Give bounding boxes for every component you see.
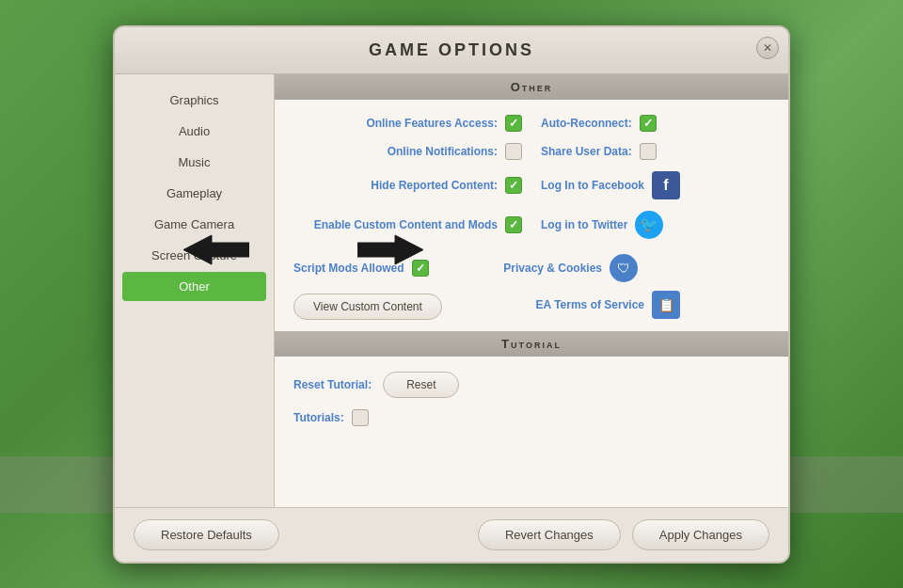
hide-reported-row: Hide Reported Content: — [293, 171, 522, 199]
auto-reconnect-checkbox[interactable] — [640, 115, 657, 132]
reset-button[interactable]: Reset — [383, 372, 459, 398]
tutorials-row: Tutorials: — [293, 409, 769, 426]
reset-tutorial-label: Reset Tutorial: — [293, 378, 372, 391]
tutorials-checkbox[interactable] — [352, 409, 369, 426]
other-section-header: Other — [275, 74, 788, 100]
modal-title: Game Options — [369, 40, 534, 59]
content-area: Other Online Features Access: Auto-Recon… — [275, 74, 788, 507]
online-features-row: Online Features Access: — [293, 115, 522, 132]
restore-defaults-button[interactable]: Restore Defaults — [134, 519, 279, 550]
reset-tutorial-row: Reset Tutorial: Reset — [293, 372, 769, 398]
facebook-label: Log In to Facebook — [541, 179, 644, 192]
sidebar-item-music[interactable]: Music — [122, 148, 266, 177]
svg-marker-1 — [357, 235, 423, 264]
online-features-checkbox[interactable] — [505, 115, 522, 132]
enable-custom-checkbox[interactable] — [505, 216, 522, 233]
online-notifications-row: Online Notifications: — [293, 143, 522, 160]
privacy-cookies-icon[interactable]: 🛡 — [610, 254, 638, 282]
apply-changes-button[interactable]: Apply Changes — [632, 519, 769, 550]
tutorial-content: Reset Tutorial: Reset Tutorials: — [275, 357, 788, 441]
svg-marker-0 — [183, 235, 249, 264]
auto-reconnect-label: Auto-Reconnect: — [541, 117, 632, 130]
sidebar-item-graphics[interactable]: Graphics — [122, 86, 266, 115]
view-custom-content-button[interactable]: View Custom Content — [293, 294, 442, 320]
ea-terms-icon[interactable]: 📋 — [652, 291, 680, 319]
sidebar-item-audio[interactable]: Audio — [122, 117, 266, 146]
modal-body: Graphics Audio Music Gameplay Game Camer… — [115, 74, 788, 507]
twitter-label: Log in to Twitter — [541, 218, 627, 231]
modal-overlay: Game Options ✕ Graphics Audio Music Game… — [0, 0, 903, 588]
share-user-data-row: Share User Data: — [541, 143, 769, 160]
arrow-right — [357, 233, 423, 270]
sidebar: Graphics Audio Music Gameplay Game Camer… — [115, 74, 275, 507]
hide-reported-checkbox[interactable] — [505, 177, 522, 194]
arrow-left — [183, 233, 249, 270]
revert-changes-button[interactable]: Revert Changes — [478, 519, 621, 550]
facebook-icon[interactable]: f — [652, 171, 680, 199]
auto-reconnect-row: Auto-Reconnect: — [541, 115, 769, 132]
modal-title-bar: Game Options ✕ — [115, 27, 788, 74]
privacy-cookies-label: Privacy & Cookies — [503, 262, 602, 275]
share-user-data-checkbox[interactable] — [640, 143, 657, 160]
other-settings-grid: Online Features Access: Auto-Reconnect: … — [275, 100, 788, 254]
online-notifications-label: Online Notifications: — [388, 145, 498, 158]
sidebar-item-gameplay[interactable]: Gameplay — [122, 179, 266, 208]
modal-footer: Restore Defaults Revert Changes Apply Ch… — [115, 507, 788, 562]
twitter-row: Log in to Twitter 🐦 — [541, 211, 769, 239]
game-options-modal: Game Options ✕ Graphics Audio Music Game… — [113, 25, 790, 564]
enable-custom-label: Enable Custom Content and Mods — [314, 218, 498, 231]
tutorials-label: Tutorials: — [293, 411, 344, 424]
hide-reported-label: Hide Reported Content: — [371, 179, 498, 192]
ea-terms-label: EA Terms of Service — [536, 298, 644, 311]
sidebar-item-other[interactable]: Other — [122, 272, 266, 301]
online-notifications-checkbox[interactable] — [505, 143, 522, 160]
twitter-icon[interactable]: 🐦 — [635, 211, 663, 239]
share-user-data-label: Share User Data: — [541, 145, 632, 158]
close-button[interactable]: ✕ — [756, 37, 779, 59]
tutorial-section-header: Tutorial — [275, 331, 788, 357]
facebook-row: Log In to Facebook f — [541, 171, 769, 199]
online-features-label: Online Features Access: — [366, 117, 498, 130]
